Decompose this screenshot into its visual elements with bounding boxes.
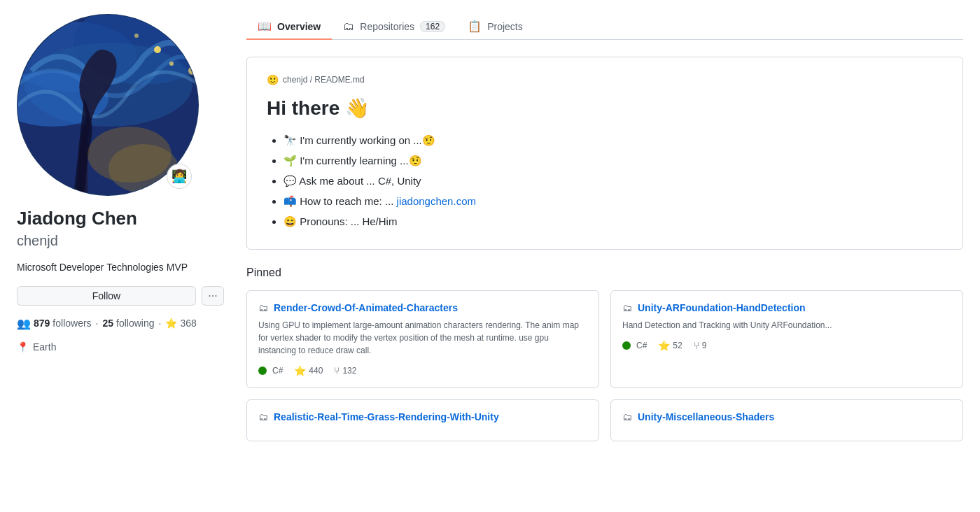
lang-dot-2 — [622, 341, 631, 350]
repo-icon-4: 🗂 — [622, 411, 632, 422]
repo-icon-3: 🗂 — [258, 411, 268, 422]
repo-stars-2: ⭐ 52 — [658, 340, 682, 351]
pinned-card-2: 🗂 Unity-ARFoundation-HandDetection Hand … — [610, 290, 963, 388]
repo-link-4[interactable]: Unity-Miscellaneous-Shaders — [638, 411, 774, 422]
projects-icon: 📋 — [468, 20, 482, 33]
location-row: 📍 Earth — [17, 341, 224, 353]
following-link[interactable]: 25 — [103, 318, 114, 329]
fork-icon-2: ⑂ — [694, 340, 699, 351]
readme-card: 🙂 chenjd / README.md Hi there 👋 🔭 I'm cu… — [246, 57, 963, 250]
bottom-card-1: 🗂 Realistic-Real-Time-Grass-Rendering-Wi… — [246, 399, 599, 441]
follow-button[interactable]: Follow — [17, 286, 196, 306]
repositories-icon: 🗂 — [343, 20, 354, 33]
avatar-emoji-badge: 👩‍💻 — [167, 164, 192, 189]
readme-list: 🔭 I'm currently working on ...🤨 🌱 I'm cu… — [267, 131, 943, 231]
tab-overview[interactable]: 📖 Overview — [246, 14, 332, 40]
star-icon-2: ⭐ — [658, 340, 670, 351]
readme-path: chenjd / README.md — [283, 75, 365, 85]
pinned-grid: 🗂 Render-Crowd-Of-Animated-Characters Us… — [246, 290, 963, 388]
svg-point-11 — [134, 34, 139, 38]
svg-point-9 — [169, 62, 174, 66]
readme-item-3: 💬 Ask me about ... C#, Unity — [284, 171, 943, 190]
followers-label: followers — [52, 318, 91, 329]
svg-point-12 — [188, 66, 197, 75]
readme-header: 🙂 chenjd / README.md — [267, 74, 943, 85]
overview-icon: 📖 — [258, 20, 272, 33]
followers-link[interactable]: 879 — [34, 318, 50, 329]
profile-name: Jiadong Chen — [17, 207, 224, 230]
pinned-card-1: 🗂 Render-Crowd-Of-Animated-Characters Us… — [246, 290, 599, 388]
tab-projects[interactable]: 📋 Projects — [456, 14, 534, 40]
stats-separator-1: · — [96, 318, 99, 329]
repo-meta-1: C# ⭐ 440 ⑂ 132 — [258, 365, 587, 376]
repo-lang-1: C# — [258, 366, 283, 376]
profile-bio: Microsoft Developer Technologies MVP — [17, 260, 224, 275]
main-content: 📖 Overview 🗂 Repositories 162 📋 Projects… — [246, 14, 963, 441]
readme-item-5: 😄 Pronouns: ... He/Him — [284, 212, 943, 231]
pinned-title: Pinned — [246, 266, 963, 279]
tabs-bar: 📖 Overview 🗂 Repositories 162 📋 Projects — [246, 14, 963, 40]
star-icon-1: ⭐ — [294, 365, 306, 376]
repo-forks-2: ⑂ 9 — [694, 340, 707, 351]
more-options-button[interactable]: ··· — [202, 286, 224, 306]
svg-point-10 — [183, 36, 188, 42]
star-icon: ⭐ — [165, 318, 177, 329]
pinned-card-1-header: 🗂 Render-Crowd-Of-Animated-Characters — [258, 302, 587, 313]
people-icon: 👥 — [17, 317, 31, 330]
following-count: 25 — [103, 318, 114, 329]
repo-forks-1: ⑂ 132 — [334, 365, 356, 376]
repo-lang-2: C# — [622, 341, 647, 350]
readme-item-4: 📫 How to reach me: ... jiadongchen.com — [284, 192, 943, 211]
tab-projects-label: Projects — [487, 21, 523, 32]
repo-link-1[interactable]: Render-Crowd-Of-Animated-Characters — [274, 302, 458, 313]
tab-overview-label: Overview — [277, 21, 321, 32]
location-icon: 📍 — [17, 341, 29, 353]
repo-icon-2: 🗂 — [622, 302, 632, 313]
bottom-pinned-grid: 🗂 Realistic-Real-Time-Grass-Rendering-Wi… — [246, 399, 963, 441]
bottom-card-2: 🗂 Unity-Miscellaneous-Shaders — [610, 399, 963, 441]
location-text: Earth — [33, 341, 56, 353]
repo-meta-2: C# ⭐ 52 ⑂ 9 — [622, 340, 951, 351]
stats-separator-2: · — [159, 318, 162, 329]
pinned-section: Pinned 🗂 Render-Crowd-Of-Animated-Charac… — [246, 266, 963, 441]
sidebar: 👩‍💻 Jiadong Chen chenjd Microsoft Develo… — [17, 14, 224, 441]
lang-dot-1 — [258, 367, 267, 375]
profile-actions: Follow ··· — [17, 286, 224, 306]
pinned-card-2-header: 🗂 Unity-ARFoundation-HandDetection — [622, 302, 951, 313]
repositories-badge: 162 — [420, 21, 445, 32]
followers-count: 879 — [34, 318, 50, 329]
readme-item-2: 🌱 I'm currently learning ...🤨 — [284, 151, 943, 170]
stats-row: 👥 879 followers · 25 following · ⭐ 368 — [17, 317, 224, 330]
profile-username: chenjd — [17, 233, 224, 249]
svg-point-7 — [108, 144, 178, 193]
stars-count: 368 — [180, 318, 196, 329]
repo-stars-1: ⭐ 440 — [294, 365, 323, 376]
website-link[interactable]: jiadongchen.com — [397, 195, 476, 207]
bottom-card-1-header: 🗂 Realistic-Real-Time-Grass-Rendering-Wi… — [258, 411, 587, 422]
repo-link-3[interactable]: Realistic-Real-Time-Grass-Rendering-With… — [274, 411, 499, 422]
bottom-card-2-header: 🗂 Unity-Miscellaneous-Shaders — [622, 411, 951, 422]
readme-title: Hi there 👋 — [267, 97, 943, 120]
avatar-container: 👩‍💻 — [17, 14, 199, 196]
tab-repositories-label: Repositories — [360, 21, 414, 32]
svg-point-8 — [154, 46, 161, 53]
repo-link-2[interactable]: Unity-ARFoundation-HandDetection — [638, 302, 806, 313]
smiley-icon: 🙂 — [267, 74, 279, 85]
following-label: following — [116, 318, 154, 329]
tab-repositories[interactable]: 🗂 Repositories 162 — [332, 15, 456, 40]
repo-icon-1: 🗂 — [258, 302, 268, 313]
fork-icon-1: ⑂ — [334, 365, 340, 376]
repo-desc-1: Using GPU to implement large-amount anim… — [258, 319, 587, 357]
readme-item-1: 🔭 I'm currently working on ...🤨 — [284, 131, 943, 150]
repo-desc-2: Hand Detection and Tracking with Unity A… — [622, 319, 951, 332]
